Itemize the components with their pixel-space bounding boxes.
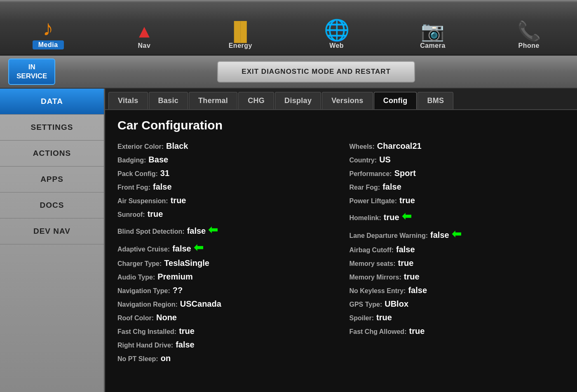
label-country: Country: (349, 157, 377, 164)
config-row-fast-chg-allowed: Fast Chg Allowed: true (349, 326, 565, 336)
config-row-pack-config: Pack Config: 31 (117, 169, 333, 178)
label-lane-departure: Lane Departure Warning: (349, 232, 428, 239)
nav-label: Nav (138, 42, 151, 49)
config-row-fast-chg-installed: Fast Chg Installed: true (117, 326, 333, 336)
phone-label: Phone (518, 42, 539, 49)
sidebar-item-actions[interactable]: ACTIONS (0, 141, 104, 167)
label-no-pt-sleep: No PT Sleep: (117, 355, 158, 363)
main-content: DATA SETTINGS ACTIONS APPS DOCS DEV NAV … (0, 89, 577, 392)
config-row-spoiler: Spoiler: true (349, 313, 565, 322)
tab-display[interactable]: Display (275, 92, 321, 109)
nav-item-energy[interactable]: ▐▌ Energy (192, 22, 288, 51)
tab-basic[interactable]: Basic (149, 92, 188, 109)
nav-item-media[interactable]: ♪ Media (0, 17, 96, 51)
energy-label: Energy (229, 42, 252, 49)
label-nav-region: Navigation Region: (117, 301, 178, 308)
tab-chg[interactable]: CHG (238, 92, 274, 109)
nav-item-camera[interactable]: 📷 Camera (385, 21, 481, 51)
label-fast-chg-allowed: Fast Chg Allowed: (349, 328, 407, 336)
value-homelink: true (384, 213, 399, 222)
tab-vitals[interactable]: Vitals (108, 92, 148, 109)
tab-bms[interactable]: BMS (418, 92, 453, 109)
value-country: US (379, 155, 391, 164)
label-performance: Performance: (349, 170, 392, 178)
config-title: Car Configuration (117, 118, 565, 132)
value-performance: Sport (394, 169, 416, 178)
label-charger-type: Charger Type: (117, 260, 162, 268)
value-memory-seats: true (398, 258, 414, 268)
config-row-nav-type: Navigation Type: ?? (117, 286, 333, 295)
config-row-exterior-color: Exterior Color: Black (117, 141, 333, 151)
value-adaptive-cruise: false (172, 244, 191, 254)
value-wheels: Charcoal21 (377, 141, 422, 151)
tab-config[interactable]: Config (374, 92, 417, 109)
label-memory-mirrors: Memory Mirrors: (349, 274, 401, 281)
config-right-column: Wheels: Charcoal21 Country: US Performan… (349, 141, 565, 367)
config-row-rear-fog: Rear Fog: false (349, 182, 565, 192)
config-row-gps-type: GPS Type: UBlox (349, 299, 565, 309)
sidebar-item-devnav[interactable]: DEV NAV (0, 218, 104, 244)
config-row-airbag-cutoff: Airbag Cutoff: false (349, 245, 565, 254)
label-blind-spot: Blind Spot Detection: (117, 228, 185, 235)
config-row-blind-spot: Blind Spot Detection: false ⬅ (117, 223, 333, 237)
tab-thermal[interactable]: Thermal (189, 92, 237, 109)
service-bar: IN SERVICE EXIT DIAGNOSTIC MODE AND REST… (0, 56, 577, 89)
value-front-fog: false (153, 182, 172, 192)
value-roof-color: None (156, 313, 177, 322)
value-spoiler: true (376, 313, 392, 322)
config-row-sunroof: Sunroof: true (117, 209, 333, 219)
label-power-liftgate: Power Liftgate: (349, 197, 397, 205)
label-fast-chg-installed: Fast Chg Installed: (117, 328, 176, 336)
sidebar-item-settings[interactable]: SETTINGS (0, 115, 104, 141)
label-no-keyless-entry: No Keyless Entry: (349, 287, 406, 295)
value-badging: Base (148, 155, 168, 164)
arrow-blind-spot: ⬅ (208, 223, 218, 237)
label-right-hand-drive: Right Hand Drive: (117, 342, 173, 349)
nav-item-phone[interactable]: 📞 Phone (481, 21, 577, 51)
value-rear-fog: false (382, 182, 401, 192)
config-row-wheels: Wheels: Charcoal21 (349, 141, 565, 151)
config-row-badging: Badging: Base (117, 155, 333, 164)
config-row-performance: Performance: Sport (349, 169, 565, 178)
value-pack-config: 31 (160, 169, 169, 178)
config-row-no-keyless-entry: No Keyless Entry: false (349, 286, 565, 295)
label-homelink: Homelink: (349, 214, 381, 222)
energy-icon: ▐▌ (228, 22, 253, 40)
label-wheels: Wheels: (349, 143, 375, 150)
label-memory-seats: Memory seats: (349, 260, 396, 268)
label-badging: Badging: (117, 157, 146, 164)
tab-versions[interactable]: Versions (322, 92, 373, 109)
config-row-adaptive-cruise: Adaptive Cruise: false ⬅ (117, 241, 333, 254)
value-exterior-color: Black (166, 141, 188, 151)
config-row-lane-departure: Lane Departure Warning: false ⬅ (349, 227, 565, 241)
config-row-memory-seats: Memory seats: true (349, 258, 565, 268)
label-spoiler: Spoiler: (349, 315, 374, 322)
web-label: Web (329, 42, 344, 49)
label-audio-type: Audio Type: (117, 274, 155, 281)
label-gps-type: GPS Type: (349, 301, 382, 308)
config-row-nav-region: Navigation Region: USCanada (117, 299, 333, 309)
value-fast-chg-installed: true (179, 326, 195, 336)
value-blind-spot: false (187, 226, 206, 236)
phone-icon: 📞 (517, 21, 541, 40)
nav-icon: ▲ (135, 22, 153, 40)
label-air-suspension: Air Suspension: (117, 197, 168, 205)
config-row-air-suspension: Air Suspension: true (117, 196, 333, 205)
config-content: Car Configuration Exterior Color: Black … (105, 110, 577, 392)
media-label: Media (33, 40, 64, 49)
value-memory-mirrors: true (404, 272, 420, 282)
value-gps-type: UBlox (385, 299, 408, 309)
value-nav-type: ?? (173, 286, 183, 295)
camera-label: Camera (420, 42, 446, 49)
sidebar-item-docs[interactable]: DOCS (0, 192, 104, 218)
sidebar-item-data[interactable]: DATA (0, 89, 104, 115)
config-left-column: Exterior Color: Black Badging: Base Pack… (117, 141, 333, 367)
config-row-audio-type: Audio Type: Premium (117, 272, 333, 282)
sidebar-item-apps[interactable]: APPS (0, 167, 104, 192)
value-sunroof: true (148, 209, 163, 219)
label-airbag-cutoff: Airbag Cutoff: (349, 246, 394, 254)
exit-diagnostic-button[interactable]: EXIT DIAGNOSTIC MODE AND RESTART (217, 61, 415, 82)
nav-item-nav[interactable]: ▲ Nav (96, 22, 192, 51)
nav-item-web[interactable]: 🌐 Web (288, 20, 385, 51)
camera-icon: 📷 (421, 21, 444, 40)
